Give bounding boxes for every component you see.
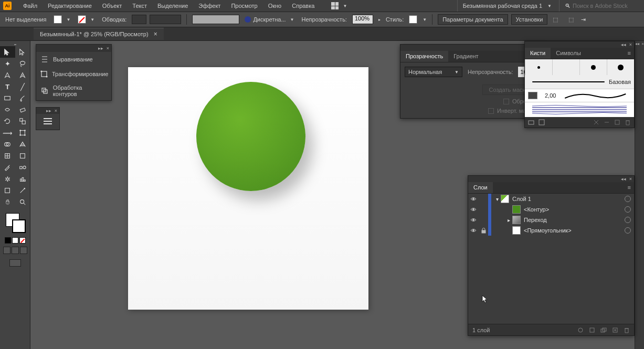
opacity-stepper-icon[interactable]: ▸ — [376, 17, 381, 22]
target-icon[interactable] — [625, 227, 631, 234]
panel-menu-icon[interactable]: ≡ — [625, 48, 634, 59]
tab-gradient[interactable]: Градиент — [448, 51, 483, 62]
locate-object-icon[interactable] — [577, 327, 584, 333]
lasso-tool[interactable] — [15, 58, 30, 69]
shape-builder-tool[interactable] — [0, 139, 15, 150]
menu-object[interactable]: Объект — [98, 1, 126, 10]
stroke-color[interactable] — [12, 219, 26, 233]
stroke-swatch[interactable] — [78, 15, 86, 24]
menu-edit[interactable]: Редактирование — [44, 1, 96, 10]
libraries-menu-icon[interactable] — [539, 119, 545, 125]
stock-search[interactable]: 🔍︎ — [559, 0, 641, 12]
stroke-profile-dropdown[interactable] — [150, 15, 181, 24]
arrange-documents-icon[interactable] — [331, 2, 339, 9]
blend-tool[interactable] — [15, 162, 30, 173]
menu-help[interactable]: Справка — [288, 1, 319, 10]
brush-preset[interactable] — [525, 59, 552, 75]
slice-tool[interactable] — [15, 185, 30, 196]
menu-window[interactable]: Окно — [264, 1, 286, 10]
width-tool[interactable]: ⟿ — [0, 127, 15, 139]
scale-tool[interactable] — [15, 115, 30, 127]
transform-panel-button[interactable]: Трансформирование — [36, 67, 111, 81]
eyedropper-tool[interactable] — [0, 162, 15, 173]
document-tab[interactable]: Безымянный-1* @ 25% (RGB/Просмотр) × — [34, 28, 164, 40]
fill-swatch[interactable] — [54, 15, 62, 24]
column-graph-tool[interactable] — [15, 173, 30, 185]
collapse-icon[interactable]: ◂◂ — [621, 42, 626, 47]
close-icon[interactable]: × — [641, 41, 644, 46]
direct-selection-tool[interactable] — [15, 46, 30, 58]
lock-toggle[interactable] — [479, 228, 488, 234]
mesh-tool[interactable] — [0, 150, 15, 162]
brush-basic-stroke[interactable] — [532, 81, 605, 82]
draw-normal-icon[interactable] — [3, 247, 10, 254]
panel-menu-icon[interactable]: ≡ — [625, 182, 634, 193]
hand-tool[interactable]: ✋︎ — [0, 196, 15, 208]
magic-wand-tool[interactable]: ✦ — [0, 58, 15, 69]
panel-expand-icon[interactable]: ⇥ — [579, 16, 588, 23]
menu-select[interactable]: Выделение — [153, 1, 192, 10]
pathfinder-panel-button[interactable]: Обработка контуров — [36, 81, 111, 100]
tab-layers[interactable]: Слои — [468, 182, 493, 193]
fill-stroke-selector[interactable] — [5, 212, 26, 233]
expand-toggle[interactable]: ▾ — [493, 196, 501, 202]
draw-inside-icon[interactable] — [20, 247, 27, 254]
brush-size-value[interactable]: 2,00 — [545, 92, 556, 99]
brush-name[interactable]: Дискретна... — [253, 16, 286, 23]
close-icon[interactable]: × — [629, 176, 632, 182]
brush-preset[interactable] — [607, 59, 634, 75]
layer-name[interactable]: Переход — [524, 217, 622, 223]
symbol-sprayer-tool[interactable]: ✲ — [0, 173, 15, 185]
layer-row[interactable]: ▸ Переход — [468, 215, 634, 225]
visibility-toggle[interactable] — [468, 217, 479, 223]
layer-row[interactable]: ▾ Слой 1 — [468, 194, 634, 204]
chevron-down-icon[interactable]: ▼ — [64, 17, 70, 22]
rotate-tool[interactable] — [0, 115, 15, 127]
ellipse-shape[interactable] — [196, 82, 305, 191]
stroke-weight-input[interactable] — [132, 15, 146, 24]
search-input[interactable] — [573, 3, 636, 9]
chevron-down-icon[interactable]: ▼ — [288, 17, 294, 22]
brush-preset[interactable] — [552, 59, 579, 75]
line-tool[interactable]: ╱ — [15, 81, 30, 92]
close-icon[interactable]: × — [107, 46, 109, 51]
color-mode-solid[interactable] — [5, 237, 11, 244]
preferences-button[interactable]: Установки — [511, 14, 548, 25]
screen-mode-icon[interactable] — [9, 259, 21, 267]
rectangle-tool[interactable] — [0, 92, 15, 104]
visibility-toggle[interactable] — [468, 207, 479, 212]
pen-tool[interactable] — [0, 69, 15, 81]
chevron-down-icon[interactable]: ▼ — [420, 17, 427, 22]
shaper-tool[interactable] — [0, 104, 15, 115]
tab-transparency[interactable]: Прозрачность — [400, 51, 448, 62]
workspace-switcher[interactable]: Безымянная рабочая среда 1 ▼ — [457, 0, 557, 12]
chevron-down-icon[interactable]: ▼ — [341, 4, 347, 8]
expand-toggle[interactable]: ▸ — [505, 217, 512, 223]
delete-brush-icon[interactable] — [625, 119, 631, 125]
delete-layer-icon[interactable] — [624, 327, 630, 333]
selection-tool[interactable] — [0, 46, 15, 58]
close-icon[interactable]: × — [154, 30, 157, 38]
visibility-toggle[interactable] — [468, 228, 479, 233]
curvature-tool[interactable] — [15, 69, 30, 81]
document-setup-button[interactable]: Параметры документа — [438, 14, 508, 25]
menu-effect[interactable]: Эффект — [194, 1, 225, 10]
graphic-style-swatch[interactable] — [409, 15, 417, 24]
menu-text[interactable]: Текст — [128, 1, 151, 10]
new-layer-icon[interactable] — [612, 327, 618, 333]
brush-thumb-icon[interactable] — [528, 92, 537, 99]
library-icon[interactable] — [528, 119, 534, 125]
layer-name[interactable]: <Прямоугольник> — [524, 227, 622, 234]
chevron-down-icon[interactable]: ▼ — [88, 17, 94, 22]
target-icon[interactable] — [625, 206, 631, 213]
layer-row[interactable]: <Контур> — [468, 204, 634, 215]
collapsed-panel[interactable]: ▸▸× — [36, 107, 60, 130]
remove-stroke-icon[interactable] — [593, 119, 599, 125]
target-icon[interactable] — [625, 196, 631, 202]
menu-file[interactable]: Файл — [19, 1, 41, 10]
paintbrush-tool[interactable] — [15, 92, 30, 104]
blend-mode-dropdown[interactable]: Нормальная ▼ — [405, 67, 462, 77]
collapse-icon[interactable]: ▸▸ — [46, 108, 51, 113]
new-brush-icon[interactable] — [614, 119, 620, 125]
align-icon[interactable]: ⬚ — [551, 16, 560, 23]
